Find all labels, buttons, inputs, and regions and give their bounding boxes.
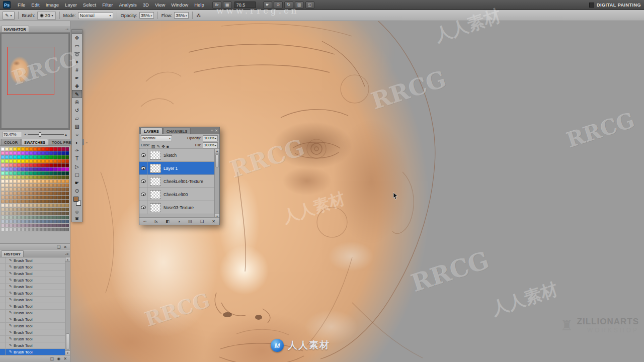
history-state[interactable]: ✎Brush Tool xyxy=(0,310,65,316)
color-swatch[interactable] xyxy=(17,163,21,167)
color-swatch[interactable] xyxy=(1,200,5,203)
history-state[interactable]: ✎Brush Tool xyxy=(0,270,65,277)
color-swatch[interactable] xyxy=(13,200,17,203)
move-tool[interactable]: ✥ xyxy=(72,34,82,42)
type-tool[interactable]: T xyxy=(72,154,82,162)
color-swatch[interactable] xyxy=(9,216,13,219)
color-swatch[interactable] xyxy=(9,208,13,211)
color-swatch[interactable] xyxy=(45,184,49,187)
color-swatch[interactable] xyxy=(25,188,29,191)
history-source-column[interactable] xyxy=(0,323,6,329)
tab-channels[interactable]: CHANNELS xyxy=(163,128,191,134)
color-swatch[interactable] xyxy=(33,196,37,199)
color-swatch[interactable] xyxy=(9,163,13,167)
color-swatch[interactable] xyxy=(25,167,29,171)
color-swatch[interactable] xyxy=(17,216,21,219)
color-swatch[interactable] xyxy=(5,228,9,231)
color-swatch[interactable] xyxy=(41,167,45,171)
color-swatch[interactable] xyxy=(61,167,65,171)
app-logo[interactable]: Ps xyxy=(3,1,11,9)
menu-analysis[interactable]: Analysis xyxy=(116,0,139,10)
history-state[interactable]: ✎Brush Tool xyxy=(0,342,65,349)
menu-file[interactable]: File xyxy=(15,0,28,10)
history-state[interactable]: ✎Brush Tool xyxy=(0,303,65,310)
color-swatch[interactable] xyxy=(5,220,9,223)
color-swatch[interactable] xyxy=(5,163,9,167)
color-swatch[interactable] xyxy=(65,220,69,223)
color-swatch[interactable] xyxy=(9,200,13,203)
color-swatch[interactable] xyxy=(57,204,61,207)
close-icon[interactable]: ✕ xyxy=(215,129,218,133)
layer-visibility-toggle[interactable] xyxy=(139,149,147,161)
color-swatch[interactable] xyxy=(45,224,49,227)
color-swatch[interactable] xyxy=(65,196,69,199)
layer-thumbnail[interactable] xyxy=(150,177,161,186)
color-swatch[interactable] xyxy=(61,228,65,231)
color-swatch[interactable] xyxy=(17,159,21,163)
color-swatch[interactable] xyxy=(57,200,61,203)
color-swatch[interactable] xyxy=(45,167,49,171)
tab-color[interactable]: COLOR xyxy=(1,139,21,145)
color-swatch[interactable] xyxy=(41,200,45,203)
new-document-from-state-icon[interactable]: ◫ xyxy=(50,356,54,361)
color-swatch[interactable] xyxy=(45,163,49,167)
color-swatch[interactable] xyxy=(37,151,41,155)
panel-menu-icon[interactable]: ≡ xyxy=(211,129,213,133)
menu-3d[interactable]: 3D xyxy=(140,0,152,10)
color-swatch[interactable] xyxy=(33,163,37,167)
color-swatch[interactable] xyxy=(21,188,25,191)
color-swatch[interactable] xyxy=(53,155,57,159)
color-swatch[interactable] xyxy=(17,147,21,151)
color-swatch[interactable] xyxy=(17,192,21,195)
blur-tool[interactable]: ○ xyxy=(72,130,82,138)
layer-thumbnail[interactable] xyxy=(150,151,161,160)
color-swatch[interactable] xyxy=(9,224,13,227)
color-swatch[interactable] xyxy=(5,188,9,191)
delete-state-icon[interactable]: ✕ xyxy=(63,356,67,361)
color-swatch[interactable] xyxy=(57,167,61,171)
color-swatch[interactable] xyxy=(29,184,33,187)
color-swatch[interactable] xyxy=(21,163,25,167)
eyedropper-tool[interactable]: ✒ xyxy=(72,74,82,82)
color-swatch[interactable] xyxy=(29,228,33,231)
history-state[interactable]: ✎Brush Tool xyxy=(0,264,65,270)
lasso-tool[interactable]: ➰ xyxy=(72,50,82,58)
color-swatch[interactable] xyxy=(1,216,5,219)
color-swatch[interactable] xyxy=(37,208,41,211)
color-swatch[interactable] xyxy=(25,216,29,219)
color-swatch[interactable] xyxy=(61,192,65,195)
color-swatch[interactable] xyxy=(45,228,49,231)
color-swatch[interactable] xyxy=(61,175,65,179)
color-swatch[interactable] xyxy=(5,196,9,199)
color-swatch[interactable] xyxy=(45,200,49,203)
color-swatch[interactable] xyxy=(37,179,41,183)
color-swatch[interactable] xyxy=(53,204,57,207)
color-swatch[interactable] xyxy=(25,179,29,183)
color-swatch[interactable] xyxy=(1,196,5,199)
color-swatch[interactable] xyxy=(57,151,61,155)
color-swatch[interactable] xyxy=(21,155,25,159)
color-swatch[interactable] xyxy=(49,216,53,219)
color-swatch[interactable] xyxy=(9,179,13,183)
color-swatch[interactable] xyxy=(49,196,53,199)
history-state[interactable]: ✎Brush Tool xyxy=(0,329,65,336)
color-swatch[interactable] xyxy=(65,163,69,167)
color-swatch[interactable] xyxy=(33,151,37,155)
color-swatch[interactable] xyxy=(9,159,13,163)
color-swatch[interactable] xyxy=(49,200,53,203)
color-swatch[interactable] xyxy=(29,200,33,203)
foreground-color-swatch[interactable] xyxy=(73,197,78,202)
color-swatch[interactable] xyxy=(37,188,41,191)
color-swatch[interactable] xyxy=(37,196,41,199)
history-state[interactable]: ✎Brush Tool xyxy=(0,349,65,355)
color-swatch[interactable] xyxy=(61,224,65,227)
color-swatch[interactable] xyxy=(49,188,53,191)
color-swatch[interactable] xyxy=(9,167,13,171)
color-swatch[interactable] xyxy=(1,212,5,215)
color-swatch[interactable] xyxy=(41,188,45,191)
history-state[interactable]: ✎Brush Tool xyxy=(0,297,65,303)
color-swatch[interactable] xyxy=(41,192,45,195)
tab-swatches[interactable]: SWATCHES xyxy=(21,139,48,145)
color-swatch[interactable] xyxy=(13,171,17,175)
lock-position-icon[interactable]: ✥ xyxy=(162,144,165,149)
